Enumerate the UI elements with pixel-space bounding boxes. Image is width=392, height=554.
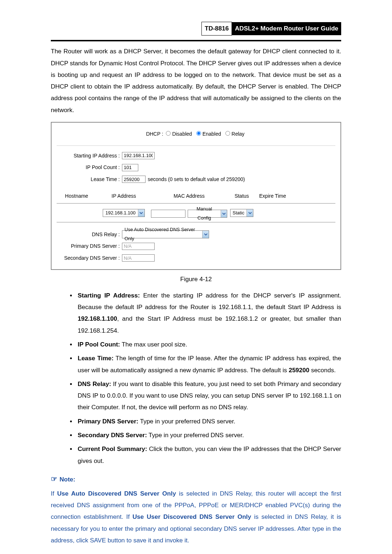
lease-time-label: Lease Time : <box>57 175 122 184</box>
ip-dropdown[interactable]: 192.168.1.100 <box>103 209 144 217</box>
primary-dns-input[interactable] <box>122 243 155 250</box>
col-expire: Expire Time <box>256 191 289 201</box>
mac-config-value: Manual Config <box>188 205 221 222</box>
chevron-down-icon <box>246 209 253 217</box>
list-item: Starting IP Address: Enter the starting … <box>76 290 341 337</box>
chevron-down-icon <box>221 210 227 217</box>
pool-table-row: 192.168.1.100 Manual Config Static <box>57 204 335 222</box>
status-dropdown[interactable]: Static <box>230 209 254 217</box>
header-rule <box>51 40 341 41</box>
col-status: Status <box>227 191 256 201</box>
starting-ip-row: Starting IP Address : <box>57 151 335 161</box>
lease-time-row: Lease Time : seconds (0 sets to default … <box>57 175 335 184</box>
chevron-down-icon <box>138 209 144 217</box>
dhcp-mode-row: DHCP : Disabled Enabled Relay <box>57 129 335 139</box>
col-ip: IP Address <box>97 191 151 201</box>
list-item: Lease Time: The length of time for the I… <box>76 353 341 376</box>
figure-caption: Figure 4-12 <box>51 274 341 285</box>
dns-relay-label: DNS Relay : <box>57 230 122 239</box>
dns-relay-row: DNS Relay : Use Auto Discovered DNS Serv… <box>57 230 335 239</box>
guide-title: ADSL2+ Modem Router User Guide <box>232 22 341 35</box>
dns-relay-value: Use Auto Discovered DNS Server Only <box>122 225 202 243</box>
lease-time-input[interactable] <box>122 176 146 183</box>
pool-count-row: IP Pool Count : <box>57 163 335 172</box>
radio-disabled[interactable]: Disabled <box>166 131 192 137</box>
model-label: TD-8816 <box>201 22 232 36</box>
list-item: IP Pool Count: The max user pool size. <box>76 339 341 350</box>
col-mac: MAC Address <box>151 191 227 201</box>
note-paragraph: If Use Auto Discovered DNS Server Only i… <box>51 488 341 546</box>
pool-table-header: Hostname IP Address MAC Address Status E… <box>57 189 335 204</box>
starting-ip-label: Starting IP Address : <box>57 151 122 161</box>
dns-relay-dropdown[interactable]: Use Auto Discovered DNS Server Only <box>122 230 209 238</box>
lease-time-suffix: seconds (0 sets to default value of 2592… <box>148 175 245 184</box>
hand-icon: ☞ <box>51 475 57 483</box>
ip-value: 192.168.1.100 <box>103 209 138 218</box>
secondary-dns-row: Secondary DNS Server : <box>57 253 335 263</box>
primary-dns-label: Primary DNS Server : <box>57 241 122 251</box>
secondary-dns-input[interactable] <box>122 254 155 262</box>
chevron-down-icon <box>202 231 209 238</box>
mac-config-dropdown[interactable]: Manual Config <box>188 210 227 218</box>
list-item: Secondary DNS Server: Type in your prefe… <box>76 430 341 441</box>
list-item: Current Pool Summary: Click the button, … <box>76 443 341 467</box>
col-hostname: Hostname <box>57 191 97 201</box>
bullet-list: Starting IP Address: Enter the starting … <box>51 290 341 467</box>
note-header: ☞Note: <box>51 472 341 486</box>
pool-count-input[interactable] <box>122 164 138 171</box>
pool-count-label: IP Pool Count : <box>57 163 122 172</box>
header-bar: TD-8816ADSL2+ Modem Router User Guide <box>51 22 341 36</box>
starting-ip-input[interactable] <box>122 152 155 159</box>
status-value: Static <box>230 209 247 218</box>
dhcp-label: DHCP : <box>146 131 163 137</box>
figure-4-12-box: DHCP : Disabled Enabled Relay Starting I… <box>51 122 341 270</box>
radio-relay[interactable]: Relay <box>225 131 245 137</box>
list-item: DNS Relay: If you want to disable this f… <box>76 378 341 414</box>
intro-paragraph: The Router will work as a DHCP Server, i… <box>51 46 341 116</box>
mac-input[interactable] <box>151 210 185 218</box>
radio-enabled[interactable]: Enabled <box>196 131 221 137</box>
list-item: Primary DNS Server: Type in your preferr… <box>76 416 341 427</box>
secondary-dns-label: Secondary DNS Server : <box>57 253 122 263</box>
